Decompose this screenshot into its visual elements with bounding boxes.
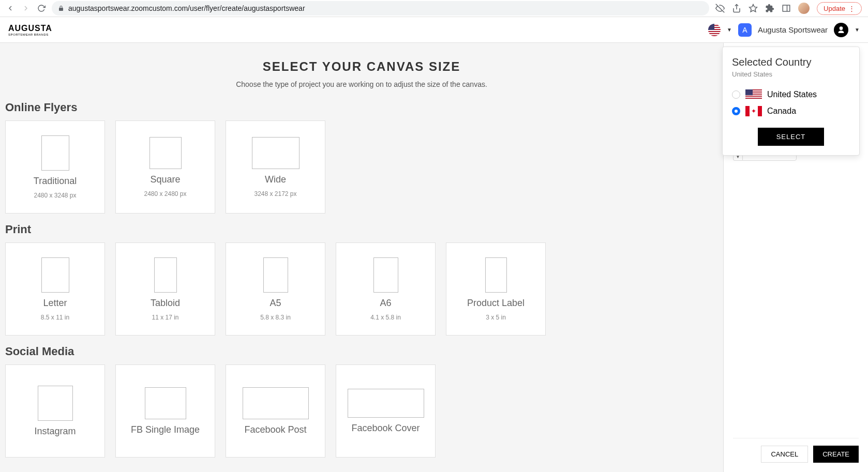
canvas-preview — [252, 137, 300, 169]
dropdown-title: Selected Country — [732, 56, 850, 68]
card-dimensions: 11 x 17 in — [152, 314, 178, 321]
card-dimensions: 3 x 5 in — [486, 314, 506, 321]
canvas-card[interactable]: Traditional2480 x 3248 px — [5, 120, 105, 214]
browser-toolbar: augustasportswear.zoomcustom.com/user/fl… — [0, 0, 868, 17]
create-button[interactable]: CREATE — [813, 446, 859, 463]
section-title: Print — [5, 223, 718, 236]
svg-marker-1 — [750, 5, 757, 12]
dropdown-current-country: United States — [732, 70, 850, 78]
canvas-preview — [154, 257, 177, 293]
main-content: SELECT YOUR CANVAS SIZE Choose the type … — [0, 43, 723, 472]
url-text: augustasportswear.zoomcustom.com/user/fl… — [68, 4, 305, 12]
country-option-us[interactable]: United States — [732, 86, 850, 103]
canvas-preview — [243, 387, 309, 419]
card-name: Square — [150, 174, 180, 185]
canvas-preview — [145, 387, 186, 419]
canvas-card[interactable]: Wide3248 x 2172 px — [226, 120, 325, 214]
panel-icon[interactable] — [782, 4, 791, 13]
user-name: Augusta Sportswear — [758, 25, 828, 34]
user-menu-icon[interactable] — [834, 23, 848, 37]
canvas-card[interactable]: Facebook Cover — [336, 364, 436, 458]
logo-subtext: SPORTSWEAR BRANDS — [8, 33, 52, 36]
ca-flag-icon: ✦ — [745, 106, 762, 116]
profile-avatar[interactable] — [798, 3, 810, 14]
canvas-preview — [373, 257, 398, 293]
section-title: Social Media — [5, 345, 718, 358]
canvas-preview — [41, 257, 69, 293]
canvas-card[interactable]: Facebook Post — [226, 364, 325, 458]
reload-icon[interactable] — [37, 4, 46, 12]
update-button[interactable]: Update ⋮ — [817, 2, 862, 15]
forward-icon[interactable] — [22, 4, 30, 12]
card-dimensions: 5.8 x 8.3 in — [260, 314, 291, 321]
country-dropdown: Selected Country United States United St… — [722, 47, 860, 156]
canvas-card[interactable]: FB Single Image — [115, 364, 215, 458]
card-dimensions: 2480 x 3248 px — [34, 192, 76, 199]
svg-rect-2 — [783, 5, 790, 11]
country-flag-icon[interactable] — [708, 24, 721, 36]
card-name: Tabloid — [151, 298, 180, 309]
card-dimensions: 2480 x 2480 px — [144, 190, 186, 197]
cancel-button[interactable]: CANCEL — [761, 446, 808, 463]
share-icon[interactable] — [732, 4, 741, 13]
card-name: Facebook Cover — [351, 423, 420, 434]
card-name: Facebook Post — [244, 424, 306, 435]
canvas-card[interactable]: A64.1 x 5.8 in — [336, 242, 436, 336]
lock-icon — [58, 5, 64, 11]
logo-text: AUGUSTA — [8, 24, 52, 33]
country-option-label: United States — [767, 90, 817, 99]
card-dimensions: 4.1 x 5.8 in — [370, 314, 401, 321]
radio-icon — [732, 90, 740, 99]
canvas-preview — [149, 137, 182, 169]
extensions-icon[interactable] — [765, 4, 774, 13]
page-subtitle: Choose the type of project you are worki… — [5, 80, 718, 88]
country-option-label: Canada — [767, 106, 796, 116]
card-name: Wide — [265, 174, 286, 185]
select-country-button[interactable]: SELECT — [758, 128, 825, 146]
section-title: Online Flyers — [5, 101, 718, 114]
canvas-preview — [263, 257, 288, 293]
card-name: Product Label — [467, 298, 525, 309]
star-icon[interactable] — [749, 4, 758, 13]
update-label: Update — [824, 5, 845, 12]
canvas-card[interactable]: Square2480 x 2480 px — [115, 120, 215, 214]
chevron-down-icon[interactable]: ▼ — [727, 27, 732, 33]
card-dimensions: 3248 x 2172 px — [254, 190, 296, 197]
chevron-down-icon[interactable]: ▼ — [855, 27, 860, 33]
logo[interactable]: AUGUSTA SPORTSWEAR BRANDS — [8, 24, 52, 36]
user-avatar-badge[interactable]: A — [738, 23, 752, 37]
url-bar[interactable]: augustasportswear.zoomcustom.com/user/fl… — [52, 1, 709, 16]
card-name: FB Single Image — [131, 424, 200, 435]
app-header: AUGUSTA SPORTSWEAR BRANDS ▼ A Augusta Sp… — [0, 17, 868, 43]
canvas-preview — [348, 389, 424, 418]
canvas-card[interactable]: Product Label3 x 5 in — [446, 242, 546, 336]
canvas-card[interactable]: Tabloid11 x 17 in — [115, 242, 215, 336]
card-dimensions: 8.5 x 11 in — [41, 314, 69, 321]
canvas-preview — [41, 135, 69, 171]
canvas-preview — [485, 257, 507, 293]
card-name: A5 — [270, 298, 281, 309]
back-icon[interactable] — [6, 4, 14, 12]
canvas-card[interactable]: Letter8.5 x 11 in — [5, 242, 105, 336]
more-icon: ⋮ — [848, 5, 855, 12]
card-name: Traditional — [34, 176, 77, 187]
page-title: SELECT YOUR CANVAS SIZE — [5, 59, 718, 74]
eye-off-icon[interactable] — [715, 4, 725, 13]
card-name: Instagram — [34, 426, 76, 437]
radio-icon — [732, 107, 740, 115]
canvas-preview — [38, 386, 73, 421]
card-name: A6 — [380, 298, 391, 309]
canvas-card[interactable]: A55.8 x 8.3 in — [226, 242, 325, 336]
country-option-ca[interactable]: ✦Canada — [732, 103, 850, 119]
us-flag-icon — [745, 89, 762, 100]
canvas-card[interactable]: Instagram — [5, 364, 105, 458]
card-name: Letter — [43, 298, 67, 309]
